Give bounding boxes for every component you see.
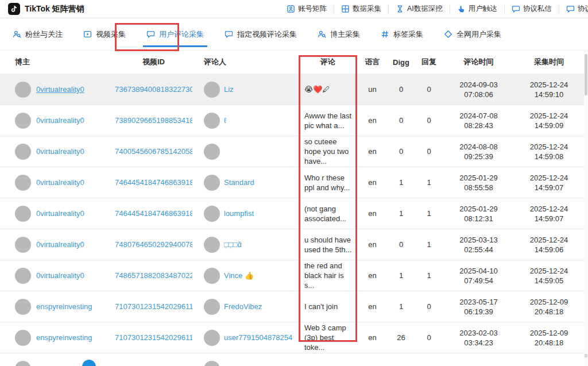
tab-4[interactable]: 博主采集 [318, 29, 360, 40]
commenter-link[interactable]: □̣□̣□ᾶ [224, 240, 242, 249]
col-header-blogger: 博主 [0, 57, 115, 67]
menu-item-3[interactable]: 用户触达 [450, 4, 504, 14]
commenter-cell [192, 144, 299, 160]
menu-item-1[interactable]: 数据采集 [334, 4, 388, 14]
tab-3[interactable]: 指定视频评论采集 [225, 29, 297, 40]
collect-clock: 20:48:18 [535, 307, 564, 317]
commenter-avatar [204, 82, 220, 98]
commenter-link[interactable]: Vince 👍 [224, 271, 254, 280]
comment-date: 2025-01-29 [459, 173, 498, 183]
collect-time-cell: 2025-12-24 14:59:05 [514, 266, 584, 286]
blogger-cell: 0virtualreality0 [0, 175, 115, 191]
reply-cell: 1 [415, 240, 443, 249]
digg-cell: 0 [388, 240, 415, 249]
tab-6[interactable]: 全网用户采集 [444, 29, 501, 40]
tab-0[interactable]: 粉丝与关注 [13, 29, 63, 40]
blogger-link[interactable]: 0virtualreality0 [36, 240, 84, 249]
blogger-link[interactable]: 0virtualreality0 [36, 147, 84, 156]
comment-time-cell: 2023-05-17 06:19:39 [443, 297, 514, 317]
collect-clock: 14:59:07 [535, 183, 564, 192]
comment-cell: Who r these ppl and why... [299, 167, 357, 198]
commenter-avatar [204, 175, 220, 191]
commenter-link[interactable]: Liz [224, 85, 234, 94]
digg-cell: 0 [388, 147, 415, 156]
blogger-link[interactable]: 0virtualreality0 [36, 271, 84, 280]
comment-text: the red and black hair is s... [304, 261, 354, 290]
video-id-link[interactable]: 7464454184746863918 [115, 178, 192, 187]
blogger-link[interactable]: 0virtualreality0 [36, 209, 84, 218]
video-id-cell: 7464454184746863918 [115, 178, 192, 187]
video-id-link[interactable]: 7464454184746863918 [115, 209, 192, 218]
vertical-scrollbar[interactable] [584, 51, 588, 366]
digg-cell: 26 [388, 333, 415, 342]
blogger-avatar [15, 206, 31, 222]
menu-item-5[interactable]: 协议通道3 [559, 4, 588, 14]
blogger-cell: enspyreinvesting [0, 330, 115, 346]
video-id-link[interactable]: 7107301231542029611 [115, 333, 192, 342]
video-id-cell: 7464454184746863918 [115, 209, 192, 218]
reply-cell: 0 [415, 147, 443, 156]
video-id-link[interactable]: 7486571882083487022 [115, 271, 192, 280]
collect-clock: 14:59:09 [535, 121, 564, 130]
commenter-avatar [204, 144, 220, 160]
comment-time-cell: 2025-04-10 07:49:54 [443, 266, 514, 286]
blogger-avatar [15, 268, 31, 284]
comment-date: 2022-09-10 [459, 364, 498, 366]
chat-bubble-icon [146, 30, 155, 38]
video-id-link[interactable]: 7389029665198853418 [115, 116, 192, 125]
menu-item-0[interactable]: 账号矩阵 [280, 4, 334, 14]
menu-item-2[interactable]: AI数据深挖 [389, 4, 450, 14]
table-row: enspyreinvesting 7107301231542029611 use… [0, 322, 584, 353]
comment-text: u should have used the 5th... [304, 235, 354, 255]
commenter-avatar [204, 206, 220, 222]
video-id-link[interactable]: 7480764650292940078 [115, 240, 192, 249]
col-header-video-id: 视频ID [115, 57, 192, 67]
blogger-link[interactable]: 0virtualreality0 [36, 116, 84, 125]
menu-item-4[interactable]: 协议私信 [505, 4, 559, 14]
commenter-link[interactable]: Standard [224, 178, 254, 187]
commenter-avatar [204, 361, 220, 366]
video-id-link[interactable]: 7367389400818322730 [115, 85, 192, 94]
commenter-cell [192, 361, 299, 366]
comment-cell: 😭❤️🖊 [299, 74, 357, 105]
collect-date: 2025-12-24 [530, 111, 568, 121]
commenter-link[interactable]: ℓ [224, 116, 226, 125]
commenter-link[interactable]: FredoVibez [224, 302, 262, 311]
tab-2[interactable]: 用户评论采集 [146, 29, 204, 40]
blogger-link[interactable]: 0virtualreality0 [36, 178, 84, 187]
comment-time-cell: 2024-08-08 09:25:39 [443, 142, 514, 161]
collect-time-cell: 2025-12-09 [514, 364, 584, 366]
blogger-link[interactable]: enspyreinvesting [36, 302, 92, 311]
blogger-link[interactable]: 0virtualreality0 [36, 85, 84, 94]
blogger-cell: enspyreinvesting [0, 299, 115, 315]
collect-date: 2025-12-09 [530, 364, 568, 366]
blogger-cell: 0virtualreality0 [0, 206, 115, 222]
blogger-avatar [15, 237, 31, 253]
commenter-cell: Standard [192, 175, 299, 191]
comment-clock: 07:49:54 [464, 276, 493, 286]
commenter-avatar [204, 330, 220, 346]
person-search-icon [13, 30, 21, 38]
commenter-cell: Liz [192, 82, 299, 98]
blogger-link[interactable]: enspyreinvesting [36, 333, 92, 342]
commenter-link[interactable]: user7791504878254 [224, 333, 292, 342]
collect-date: 2025-12-24 [530, 173, 568, 183]
collect-time-cell: 2025-12-24 14:59:07 [514, 204, 584, 224]
video-id-link[interactable]: 7400545606785142058 [115, 147, 192, 156]
scrollbar-thumb[interactable] [585, 54, 587, 95]
commenter-cell: FredoVibez [192, 299, 299, 315]
comment-text: so cuteee hope you two have... [304, 137, 354, 166]
commenter-link[interactable]: loumpfist [224, 209, 254, 218]
top-menu: 账号矩阵数据采集AI数据深挖用户触达协议私信协议通道3协议通道 [280, 0, 588, 18]
comment-clock: 02:55:44 [464, 245, 493, 255]
video-id-link[interactable]: 7107301231542029611 [115, 302, 192, 311]
video-id-cell: 7389029665198853418 [115, 116, 192, 125]
tab-5[interactable]: 标签采集 [381, 29, 423, 40]
collect-date: 2025-12-24 [530, 80, 568, 90]
tab-1[interactable]: 视频采集 [83, 29, 126, 40]
digg-cell: 0 [388, 116, 415, 125]
video-id-cell: 7486571882083487022 [115, 271, 192, 280]
digg-cell: 1 [388, 271, 415, 280]
menu-item-label: 数据采集 [353, 4, 381, 14]
comment-text: great [304, 364, 322, 366]
